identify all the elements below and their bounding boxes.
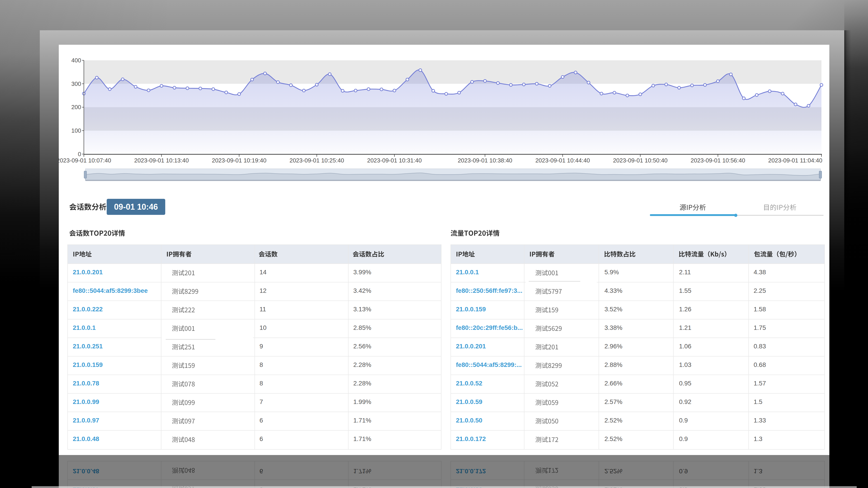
svg-text:2023-09-01 10:44:40: 2023-09-01 10:44:40 (535, 157, 590, 164)
svg-text:2023-09-01 10:50:40: 2023-09-01 10:50:40 (613, 157, 668, 164)
svg-text:2023-09-01 10:07:40: 2023-09-01 10:07:40 (57, 157, 111, 164)
svg-text:2023-09-01 10:31:40: 2023-09-01 10:31:40 (367, 157, 422, 164)
svg-text:2023-09-01 10:13:40: 2023-09-01 10:13:40 (134, 157, 189, 164)
svg-text:0: 0 (78, 151, 81, 158)
svg-text:2023-09-01 10:56:40: 2023-09-01 10:56:40 (690, 157, 745, 164)
svg-text:2023-09-01 10:25:40: 2023-09-01 10:25:40 (289, 157, 344, 164)
svg-text:2023-09-01 10:38:40: 2023-09-01 10:38:40 (458, 157, 512, 164)
svg-text:2023-09-01 10:19:40: 2023-09-01 10:19:40 (212, 157, 266, 164)
svg-text:2023-09-01 11:04:40: 2023-09-01 11:04:40 (768, 157, 823, 164)
svg-text:300: 300 (71, 80, 81, 87)
svg-text:100: 100 (71, 127, 81, 134)
svg-text:400: 400 (71, 57, 81, 64)
svg-text:200: 200 (71, 104, 81, 110)
